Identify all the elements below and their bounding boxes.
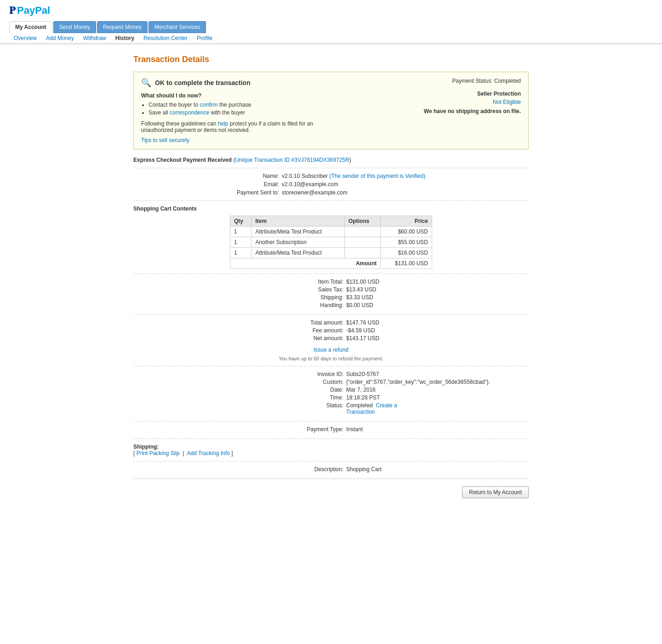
unique-transaction-id-link[interactable]: Unique Transaction ID #3VJ78194DX369725R: [235, 157, 349, 163]
item-total-value: $131.00 USD: [346, 279, 401, 285]
nav-tabs: My Account Send Money Request Money Merc…: [9, 21, 653, 33]
name-value: v2.0.10 Subscriber (The sender of this p…: [282, 173, 466, 179]
note-text: Following these guidelines can help prot…: [141, 120, 331, 133]
amount-row: Amount $131.00 USD: [230, 258, 432, 269]
date-label: Date:: [261, 387, 343, 393]
shipping-label: Shipping:: [133, 444, 159, 450]
tab-request-money[interactable]: Request Money: [97, 21, 148, 33]
net-amount-value: $143.17 USD: [346, 335, 401, 342]
custom-value: {"order_id":5767,"order_key":"wc_order_5…: [346, 379, 401, 385]
description-value: Shopping Cart: [346, 466, 401, 473]
divider-1: [133, 168, 529, 168]
return-to-account-button[interactable]: Return to My Account: [462, 486, 529, 498]
custom-label: Custom:: [261, 379, 343, 385]
total-amount-value: $147.76 USD: [346, 319, 401, 326]
totals-section: Item Total: $131.00 USD Sales Tax: $13.4…: [133, 279, 529, 310]
bullet-item-2: Save all correspondence with the buyer: [148, 109, 331, 116]
status-header: 🔍 OK to complete the transaction: [141, 78, 331, 88]
confirm-link[interactable]: confirm: [200, 102, 217, 108]
correspondence-link[interactable]: correspondence: [170, 109, 209, 116]
header: 𝐏 PayPal: [0, 0, 662, 21]
payment-status-value: Completed: [494, 78, 521, 84]
divider-8: [133, 461, 529, 462]
amount-label: Amount: [230, 258, 381, 269]
subnav-add-money[interactable]: Add Money: [41, 33, 79, 43]
row2-price: $55.00 USD: [381, 237, 432, 248]
tab-send-money[interactable]: Send Money: [53, 21, 96, 33]
table-row: 1 Another Subscription $55.00 USD: [230, 237, 432, 248]
col-item: Item: [251, 216, 345, 227]
subnav-withdraw[interactable]: Withdraw: [79, 33, 111, 43]
payment-type-section: Payment Type: Instant: [133, 426, 529, 434]
item-total-label: Item Total:: [261, 279, 343, 285]
cart-table: Qty Item Options Price 1 Attribute/Meta …: [230, 216, 432, 269]
handling-row: Handling: $0.00 USD: [261, 302, 401, 308]
status-value: Completed Create a Transaction: [346, 402, 401, 415]
custom-row: Custom: {"order_id":5767,"order_key":"wc…: [261, 379, 401, 385]
status-right: Payment Status: Completed Seller Protect…: [331, 78, 521, 143]
seller-protection-title: Seller Protection: [331, 91, 521, 97]
description-label: Description:: [261, 466, 343, 473]
row1-options: [345, 227, 381, 237]
transaction-header: Express Checkout Payment Received (Uniqu…: [133, 157, 529, 163]
tab-merchant-services[interactable]: Merchant Services: [148, 21, 206, 33]
name-label: Name:: [196, 173, 279, 179]
subnav-overview[interactable]: Overview: [9, 33, 41, 43]
tips-link[interactable]: Tips to sell securely: [141, 137, 189, 143]
date-value: Mar 7, 2016: [346, 387, 401, 393]
net-amount-row: Net amount: $143.17 USD: [261, 335, 401, 342]
transaction-header-text: Express Checkout Payment Received: [133, 157, 232, 163]
subnav-profile[interactable]: Profile: [192, 33, 217, 43]
not-eligible-link[interactable]: Not Eligible: [331, 99, 521, 105]
row3-item: Attribute/Meta Test Product: [251, 248, 345, 258]
subnav-resolution-center[interactable]: Resolution Center: [139, 33, 192, 43]
shipping-row: Shipping: $3.33 USD: [261, 294, 401, 301]
handling-value: $0.00 USD: [346, 302, 401, 308]
divider-9: [133, 479, 529, 479]
divider-7: [133, 439, 529, 439]
help-link[interactable]: help: [218, 120, 228, 127]
handling-label: Handling:: [261, 302, 343, 308]
fee-amount-label: Fee amount:: [261, 327, 343, 334]
cart-table-wrapper: Qty Item Options Price 1 Attribute/Meta …: [133, 216, 529, 269]
payment-status: Payment Status: Completed: [331, 78, 521, 84]
cart-header-row: Qty Item Options Price: [230, 216, 432, 227]
row3-price: $16.00 USD: [381, 248, 432, 258]
shopping-cart-title: Shopping Cart Contents: [133, 205, 529, 212]
verified-badge: (The sender of this payment is Verified): [329, 173, 425, 179]
payment-status-label: Payment Status:: [452, 78, 493, 84]
sales-tax-label: Sales Tax:: [261, 286, 343, 293]
row2-item: Another Subscription: [251, 237, 345, 248]
invoice-section: Invoice ID: Subs20-5767 Custom: {"order_…: [133, 371, 529, 416]
page-title: Transaction Details: [133, 55, 529, 64]
print-packing-slip-link[interactable]: Print Packing Slip: [137, 450, 180, 456]
nav-top: My Account Send Money Request Money Merc…: [0, 21, 662, 33]
net-amount-label: Net amount:: [261, 335, 343, 342]
refund-note: You have up to 60 days to refund the pay…: [133, 356, 529, 361]
status-label: Status:: [261, 402, 343, 415]
add-tracking-info-link[interactable]: Add Tracking Info: [187, 450, 230, 456]
sales-tax-value: $13.43 USD: [346, 286, 401, 293]
no-shipping-text: We have no shipping address on file.: [331, 108, 521, 114]
issue-refund-link[interactable]: Issue a refund: [314, 347, 348, 353]
divider-2: [133, 200, 529, 201]
col-options: Options: [345, 216, 381, 227]
sales-tax-row: Sales Tax: $13.43 USD: [261, 286, 401, 293]
row3-qty: 1: [230, 248, 251, 258]
payment-sent-value: storeowner@example.com: [282, 189, 466, 196]
payment-type-value: Instant: [346, 426, 401, 433]
what-to-do-label: What should I do now?: [141, 92, 331, 99]
nav-sub: Overview Add Money Withdraw History Reso…: [0, 33, 662, 44]
divider-6: [133, 421, 529, 422]
col-price: Price: [381, 216, 432, 227]
col-qty: Qty: [230, 216, 251, 227]
fee-amount-row: Fee amount: -$4.59 USD: [261, 327, 401, 334]
payment-sent-row: Payment Sent to: storeowner@example.com: [133, 189, 529, 196]
subnav-history[interactable]: History: [111, 33, 139, 43]
total-amount-row: Total amount: $147.76 USD: [261, 319, 401, 326]
divider-4: [133, 314, 529, 315]
table-row: 1 Attribute/Meta Test Product $60.00 USD: [230, 227, 432, 237]
tab-my-account[interactable]: My Account: [9, 21, 52, 33]
time-value: 18:18:28 PST: [346, 394, 401, 401]
status-left: 🔍 OK to complete the transaction What sh…: [141, 78, 331, 143]
